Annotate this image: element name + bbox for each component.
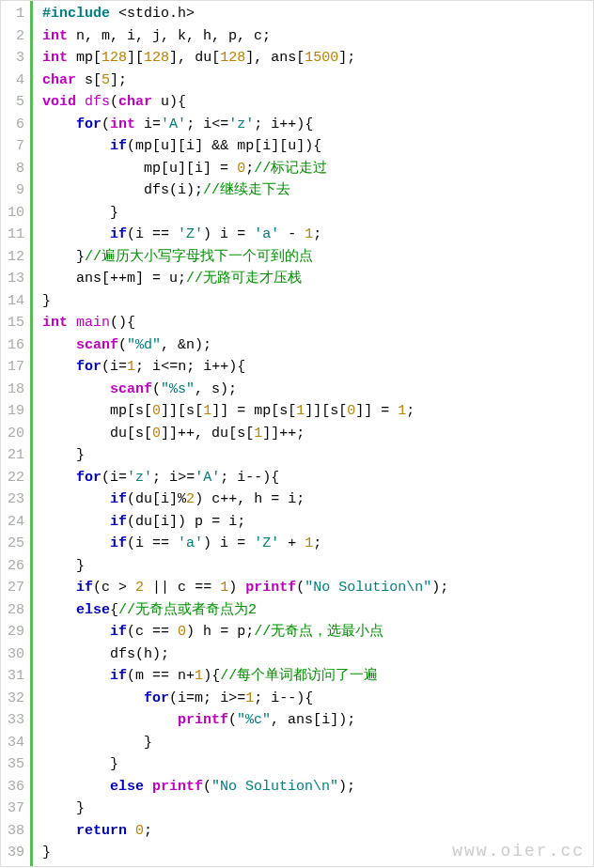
line-number: 29	[3, 621, 24, 643]
line-number: 5	[3, 91, 24, 114]
code-line: if(du[i]%2) c++, h = i;	[42, 488, 448, 511]
line-number-gutter: 1234567891011121314151617181920212223242…	[1, 1, 33, 866]
line-number: 33	[3, 709, 24, 732]
line-number: 37	[3, 798, 24, 820]
code-line: }	[42, 555, 448, 578]
code-line: scanf("%s", s);	[42, 379, 448, 401]
code-line: }	[42, 444, 448, 467]
code-line: int mp[128][128], du[128], ans[1500];	[42, 47, 448, 70]
code-line: if(i == 'Z') i = 'a' - 1;	[42, 224, 448, 246]
code-line: for(i=1; i<=n; i++){	[42, 356, 448, 379]
code-line: int n, m, i, j, k, h, p, c;	[42, 25, 448, 48]
code-line: if(i == 'a') i = 'Z' + 1;	[42, 533, 448, 555]
line-number: 11	[3, 224, 24, 246]
code-line: }	[42, 798, 448, 820]
code-line: mp[s[0]][s[1]] = mp[s[1]][s[0]] = 1;	[42, 400, 448, 423]
line-number: 21	[3, 444, 24, 467]
code-line: }	[42, 842, 448, 864]
line-number: 15	[3, 312, 24, 334]
code-line: dfs(h);	[42, 643, 448, 666]
code-line: }	[42, 732, 448, 754]
code-line: ans[++m] = u;//无路可走才压栈	[42, 268, 448, 290]
line-number: 1	[3, 3, 24, 25]
line-number: 6	[3, 114, 24, 136]
line-number: 4	[3, 70, 24, 92]
code-line: }	[42, 290, 448, 313]
code-line: if(m == n+1){//每个单词都访问了一遍	[42, 665, 448, 688]
code-line: }	[42, 202, 448, 225]
watermark: www.oier.cc	[452, 841, 585, 863]
line-number: 34	[3, 732, 24, 754]
code-line: dfs(i);//继续走下去	[42, 179, 448, 202]
line-number: 19	[3, 400, 24, 423]
line-number: 20	[3, 423, 24, 445]
code-line: return 0;	[42, 820, 448, 843]
line-number: 32	[3, 688, 24, 710]
line-number: 17	[3, 356, 24, 379]
line-number: 27	[3, 577, 24, 599]
line-number: 25	[3, 533, 24, 555]
line-number: 30	[3, 643, 24, 666]
code-line: for(i=m; i>=1; i--){	[42, 688, 448, 710]
line-number: 3	[3, 47, 24, 70]
code-line: char s[5];	[42, 70, 448, 92]
line-number: 9	[3, 179, 24, 202]
code-line: else printf("No Solution\n");	[42, 776, 448, 798]
code-line: else{//无奇点或者奇点为2	[42, 599, 448, 622]
line-number: 38	[3, 820, 24, 843]
line-number: 31	[3, 665, 24, 688]
line-number: 12	[3, 246, 24, 269]
line-number: 39	[3, 842, 24, 864]
line-number: 22	[3, 467, 24, 489]
code-line: if(c > 2 || c == 1) printf("No Solution\…	[42, 577, 448, 599]
line-number: 7	[3, 135, 24, 158]
line-number: 35	[3, 753, 24, 776]
line-number: 8	[3, 158, 24, 180]
line-number: 28	[3, 599, 24, 622]
line-number: 24	[3, 511, 24, 534]
code-line: void dfs(char u){	[42, 91, 448, 114]
code-line: if(mp[u][i] && mp[i][u]){	[42, 135, 448, 158]
code-line: printf("%c", ans[i]);	[42, 709, 448, 732]
code-line: if(c == 0) h = p;//无奇点，选最小点	[42, 621, 448, 643]
code-line: scanf("%d", &n);	[42, 334, 448, 357]
code-line: if(du[i]) p = i;	[42, 511, 448, 534]
code-content: #include <stdio.h>int n, m, i, j, k, h, …	[33, 1, 448, 866]
line-number: 2	[3, 25, 24, 48]
code-line: for(int i='A'; i<='z'; i++){	[42, 114, 448, 136]
line-number: 13	[3, 268, 24, 290]
line-number: 36	[3, 776, 24, 798]
line-number: 18	[3, 379, 24, 401]
code-block: 1234567891011121314151617181920212223242…	[0, 0, 594, 867]
code-line: int main(){	[42, 312, 448, 334]
code-line: du[s[0]]++, du[s[1]]++;	[42, 423, 448, 445]
code-line: }//遍历大小写字母找下一个可到的点	[42, 246, 448, 269]
code-line: #include <stdio.h>	[42, 3, 448, 25]
line-number: 10	[3, 202, 24, 225]
line-number: 16	[3, 334, 24, 357]
code-line: }	[42, 753, 448, 776]
line-number: 23	[3, 488, 24, 511]
line-number: 14	[3, 290, 24, 313]
code-line: for(i='z'; i>='A'; i--){	[42, 467, 448, 489]
code-line: mp[u][i] = 0;//标记走过	[42, 158, 448, 180]
line-number: 26	[3, 555, 24, 578]
